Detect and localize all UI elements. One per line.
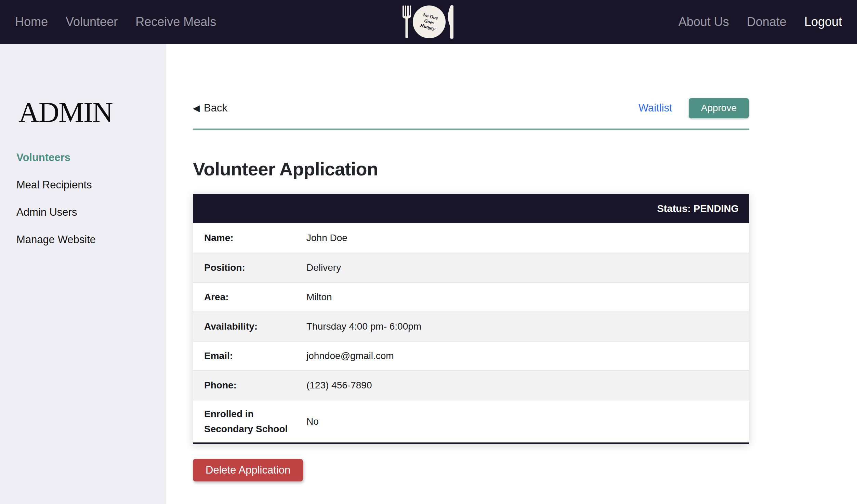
nav-donate-link[interactable]: Donate xyxy=(747,15,787,29)
status-badge: Status: PENDING xyxy=(657,203,739,214)
table-row-phone: Phone: (123) 456-7890 xyxy=(193,370,749,400)
sidebar-item-volunteers[interactable]: Volunteers xyxy=(16,151,166,164)
table-row-enrolled: Enrolled in Secondary School No xyxy=(193,400,749,442)
delete-application-button[interactable]: Delete Application xyxy=(193,459,303,481)
top-navbar: Home Volunteer Receive Meals No One Goes… xyxy=(0,0,857,44)
row-label: Name: xyxy=(193,230,306,245)
row-value: johndoe@gmail.com xyxy=(306,350,394,361)
nav-volunteer-link[interactable]: Volunteer xyxy=(66,15,118,29)
plate-icon: No One Goes Hungry xyxy=(413,5,446,38)
sidebar-item-meal-recipients[interactable]: Meal Recipients xyxy=(16,179,166,191)
row-label: Enrolled in Secondary School xyxy=(193,407,306,436)
table-row-email: Email: johndoe@gmail.com xyxy=(193,341,749,370)
row-label: Availability: xyxy=(193,319,306,334)
table-row-area: Area: Milton xyxy=(193,282,749,311)
application-table: Status: PENDING Name: John Doe Position:… xyxy=(193,194,749,444)
main-content: ◀ Back Waitlist Approve Volunteer Applic… xyxy=(166,44,857,504)
action-buttons: Waitlist Approve xyxy=(638,98,749,118)
toolbar-row: ◀ Back Waitlist Approve xyxy=(193,98,749,118)
logo-text: No One Goes Hungry xyxy=(420,12,438,32)
row-label: Position: xyxy=(193,260,306,275)
sidebar-item-manage-website[interactable]: Manage Website xyxy=(16,234,166,246)
table-row-position: Position: Delivery xyxy=(193,253,749,282)
nav-about-us-link[interactable]: About Us xyxy=(678,15,729,29)
row-value: John Doe xyxy=(306,233,347,243)
row-value: No xyxy=(306,416,319,427)
approve-button[interactable]: Approve xyxy=(689,98,749,118)
row-value: Thursday 4:00 pm- 6:00pm xyxy=(306,321,421,332)
admin-title: ADMIN xyxy=(18,96,166,129)
back-button[interactable]: ◀ Back xyxy=(193,102,227,114)
navbar-right-links: About Us Donate Logout xyxy=(678,15,842,29)
row-value: Delivery xyxy=(306,262,341,273)
navbar-left-links: Home Volunteer Receive Meals xyxy=(15,15,216,29)
admin-sidebar: ADMIN Volunteers Meal Recipients Admin U… xyxy=(0,44,166,504)
row-label: Phone: xyxy=(193,378,306,393)
sidebar-menu: Volunteers Meal Recipients Admin Users M… xyxy=(16,151,166,246)
fork-icon xyxy=(402,5,411,39)
status-bar: Status: PENDING xyxy=(193,194,749,223)
table-row-name: Name: John Doe xyxy=(193,223,749,253)
row-label: Area: xyxy=(193,290,306,304)
sidebar-item-admin-users[interactable]: Admin Users xyxy=(16,206,166,218)
knife-icon xyxy=(447,5,455,39)
row-label: Email: xyxy=(193,348,306,363)
nav-logout-link[interactable]: Logout xyxy=(804,15,842,29)
waitlist-link[interactable]: Waitlist xyxy=(638,102,672,114)
nav-receive-meals-link[interactable]: Receive Meals xyxy=(135,15,216,29)
back-arrow-icon: ◀ xyxy=(193,104,200,112)
row-value: Milton xyxy=(306,292,332,303)
site-logo[interactable]: No One Goes Hungry xyxy=(402,5,455,39)
table-row-availability: Availability: Thursday 4:00 pm- 6:00pm xyxy=(193,311,749,341)
row-value: (123) 456-7890 xyxy=(306,380,372,391)
divider-rule xyxy=(193,129,749,130)
nav-home-link[interactable]: Home xyxy=(15,15,48,29)
page-title: Volunteer Application xyxy=(193,158,749,180)
back-label: Back xyxy=(204,102,227,114)
